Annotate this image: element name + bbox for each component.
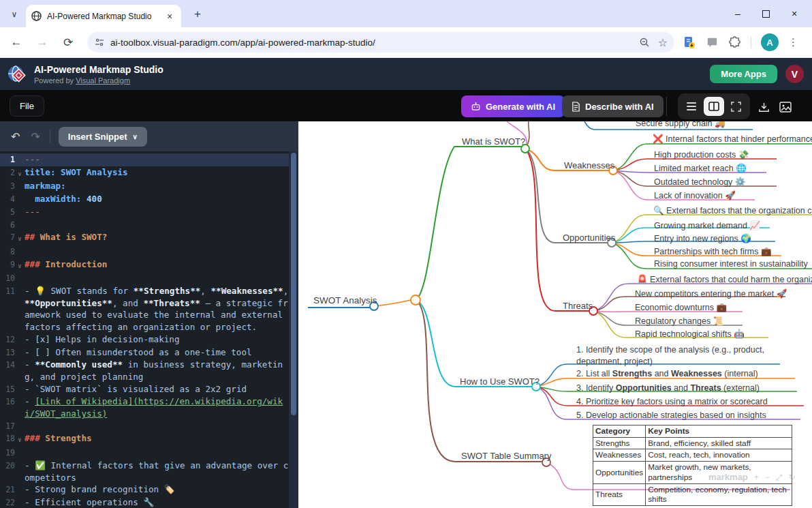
mindmap-panel[interactable]: SWOT Analysis What is SWOT? Secure suppl… <box>298 121 812 508</box>
editor-line[interactable]: 12- [x] Helps in decision-making <box>0 333 289 346</box>
map-node-root[interactable]: SWOT Analysis <box>313 295 377 305</box>
line-gutter[interactable]: 12 <box>0 333 25 346</box>
code-text[interactable]: - Efficient operations 🔧 <box>25 496 289 508</box>
map-leaf-howto-0[interactable]: 1. Identify the scope of the analysis (e… <box>576 344 809 368</box>
code-text[interactable]: ## What is SWOT? <box>25 231 289 245</box>
map-leaf-howto-3[interactable]: 4. Prioritize key factors using a matrix… <box>576 397 768 406</box>
code-text[interactable]: - 💡 SWOT stands for **Strengths**, **Wea… <box>25 285 289 333</box>
zoom-in-icon[interactable]: + <box>754 473 759 482</box>
line-gutter[interactable]: 11 <box>0 285 25 333</box>
comment-extension-icon[interactable] <box>706 36 719 49</box>
editor-line[interactable]: 18∨### Strengths <box>0 432 289 447</box>
extensions-puzzle-icon[interactable] <box>728 36 741 49</box>
line-gutter[interactable]: 4 <box>0 193 25 206</box>
code-text[interactable]: - ✅ Internal factors that give an advant… <box>25 460 289 483</box>
editor-line[interactable]: 22- Efficient operations 🔧 <box>0 496 289 508</box>
map-leaf-weaknesses-0[interactable]: ❌ Internal factors that hinder performan… <box>653 134 812 144</box>
maximize-button[interactable] <box>762 10 770 18</box>
map-node-how-to-use[interactable]: How to Use SWOT? <box>460 376 540 387</box>
editor-line[interactable]: 8 <box>0 245 289 258</box>
map-leaf-weaknesses-4[interactable]: Lack of innovation 🚀 <box>654 190 736 200</box>
zoom-icon[interactable] <box>639 37 650 48</box>
forward-button[interactable]: → <box>33 35 52 49</box>
line-gutter[interactable]: 6 <box>0 219 25 232</box>
editor-line[interactable]: 4 maxWidth: 400 <box>0 193 289 206</box>
map-leaf-threats-0[interactable]: 🚨 External factors that could harm the o… <box>637 274 812 284</box>
line-gutter[interactable]: 1 <box>0 153 25 166</box>
minimize-button[interactable]: – <box>732 8 743 19</box>
editor-line[interactable]: 14- **Commonly used** in business strate… <box>0 359 289 383</box>
insert-snippet-button[interactable]: Insert Snippet ∨ <box>59 127 147 147</box>
redo-button[interactable]: ↷ <box>31 130 40 143</box>
back-button[interactable]: ← <box>7 35 26 49</box>
user-avatar[interactable]: V <box>785 65 804 83</box>
editor-only-view-button[interactable] <box>681 97 702 116</box>
address-bar[interactable]: ai-toolbox.visual-paradigm.com/app/ai-po… <box>87 32 674 53</box>
editor-scrollbar-thumb[interactable] <box>291 153 296 415</box>
map-node-what-is-swot[interactable]: What is SWOT? <box>462 136 525 147</box>
code-text[interactable]: - **Commonly used** in business strategy… <box>25 359 289 383</box>
split-view-button[interactable] <box>704 97 724 116</box>
map-leaf-threats-1[interactable]: New competitors entering the market 🚀 <box>635 288 787 299</box>
code-text[interactable]: - [x] Helps in decision-making <box>25 333 289 346</box>
line-gutter[interactable]: 3 <box>0 180 25 193</box>
fit-icon[interactable]: ⤢ <box>776 473 783 482</box>
map-leaf-opportunities-1[interactable]: Growing market demand 📈 <box>654 220 760 230</box>
code-editor[interactable]: 1---2∨title: SWOT Analysis3markmap:4 max… <box>0 152 289 508</box>
line-gutter[interactable]: 13 <box>0 346 25 359</box>
map-leaf-opportunities-2[interactable]: Entry into new regions 🌍 <box>654 233 751 243</box>
tab-close-icon[interactable]: × <box>163 11 176 22</box>
map-node-threats[interactable]: Threats <box>563 301 593 311</box>
node-circle-hub[interactable] <box>411 295 420 305</box>
site-settings-icon[interactable] <box>94 37 105 48</box>
map-leaf-opportunities-3[interactable]: Partnerships with tech firms 💼 <box>654 246 772 256</box>
undo-button[interactable]: ↶ <box>11 130 20 143</box>
new-tab-button[interactable]: + <box>189 6 206 23</box>
fold-arrow-icon[interactable]: ∨ <box>15 231 25 245</box>
line-gutter[interactable]: 22 <box>0 496 25 508</box>
code-text[interactable]: ### Introduction <box>25 258 289 273</box>
editor-line[interactable]: 20- ✅ Internal factors that give an adva… <box>0 460 289 483</box>
editor-line[interactable]: 10 <box>0 272 289 285</box>
code-text[interactable] <box>25 219 289 232</box>
code-text[interactable]: maxWidth: 400 <box>25 193 289 206</box>
visual-paradigm-link[interactable]: Visual Paradigm <box>76 76 130 85</box>
code-text[interactable]: --- <box>25 206 289 219</box>
line-gutter[interactable]: 14 <box>0 359 25 383</box>
line-gutter[interactable]: 9∨ <box>0 258 25 273</box>
describe-with-ai-button[interactable]: Describe with AI <box>562 95 663 117</box>
map-leaf-opportunities-4[interactable]: Rising consumer interest in sustainabili… <box>654 259 808 269</box>
map-leaf-howto-2[interactable]: 3. Identify Opportunities and Threats (e… <box>576 383 760 393</box>
fold-arrow-icon[interactable]: ∨ <box>15 258 25 273</box>
line-gutter[interactable]: 17 <box>0 420 25 433</box>
line-gutter[interactable]: 19 <box>0 447 25 460</box>
editor-line[interactable]: 13- [ ] Often misunderstood as a one-tim… <box>0 346 289 359</box>
map-leaf-secure-supply-chain[interactable]: Secure supply chain 🚚 <box>636 121 725 128</box>
fullscreen-view-button[interactable] <box>726 97 747 116</box>
browser-tab[interactable]: AI-Powered Markmap Studio × <box>26 5 181 27</box>
editor-line[interactable]: 15- `SWOT matrix` is visualized as a 2x2… <box>0 383 289 396</box>
line-gutter[interactable]: 5 <box>0 206 25 219</box>
editor-line[interactable]: 17 <box>0 420 289 433</box>
editor-line[interactable]: 19 <box>0 447 289 460</box>
editor-line[interactable]: 2∨title: SWOT Analysis <box>0 166 289 181</box>
download-button[interactable] <box>755 98 772 116</box>
map-node-table-summary[interactable]: SWOT Table Summary <box>461 451 551 461</box>
code-text[interactable]: - [Link of Wikipedia](https://en.wikiped… <box>25 395 289 419</box>
map-leaf-weaknesses-3[interactable]: Outdated technology ⚙️ <box>654 177 745 187</box>
editor-line[interactable]: 16- [Link of Wikipedia](https://en.wikip… <box>0 395 289 419</box>
map-node-weaknesses[interactable]: Weaknesses <box>564 160 614 170</box>
editor-line[interactable]: 6 <box>0 219 289 232</box>
refresh-icon[interactable]: ↻ <box>788 473 795 482</box>
close-button[interactable]: × <box>789 8 800 19</box>
editor-line[interactable]: 5--- <box>0 206 289 219</box>
line-gutter[interactable]: 8 <box>0 245 25 258</box>
line-gutter[interactable]: 2∨ <box>0 166 25 181</box>
line-gutter[interactable]: 21 <box>0 483 25 496</box>
map-leaf-opportunities-0[interactable]: 🔍 External factors that the organization… <box>653 205 812 215</box>
code-text[interactable]: - [ ] Often misunderstood as a one-time … <box>25 346 289 359</box>
file-menu-button[interactable]: File <box>10 95 44 117</box>
fold-arrow-icon[interactable]: ∨ <box>15 432 25 447</box>
generate-with-ai-button[interactable]: Generate with AI <box>461 95 565 117</box>
line-gutter[interactable]: 10 <box>0 272 25 285</box>
